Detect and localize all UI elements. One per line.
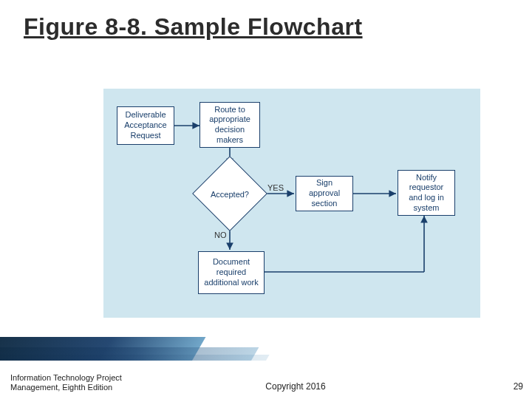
node-start: Deliverable Acceptance Request xyxy=(117,106,174,145)
node-route: Route to appropriate decision makers xyxy=(200,102,260,148)
edge-label-yes: YES xyxy=(267,183,284,192)
node-document: Document required additional work xyxy=(198,251,265,294)
node-decision-label: Accepted? xyxy=(203,168,256,221)
page-number: 29 xyxy=(514,381,523,392)
footer-copyright: Copyright 2016 xyxy=(0,381,532,392)
footer-source-line1: Information Technology Project xyxy=(10,373,122,382)
footer-decorative-stripe xyxy=(0,337,310,361)
node-decision: Accepted? xyxy=(192,156,267,231)
slide-title: Figure 8-8. Sample Flowchart xyxy=(24,13,363,41)
node-notify: Notify requestor and log in system xyxy=(398,170,455,216)
node-sign: Sign approval section xyxy=(296,176,353,211)
flowchart-canvas: Deliverable Acceptance Request Route to … xyxy=(103,89,480,318)
edge-label-no: NO xyxy=(214,231,227,239)
slide: Figure 8-8. Sample Flowchart Deliverable… xyxy=(0,0,532,399)
